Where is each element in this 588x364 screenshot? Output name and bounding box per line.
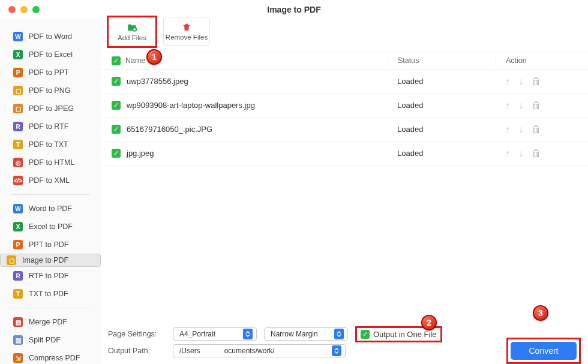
move-down-icon[interactable]: ↓	[518, 124, 523, 135]
add-files-button[interactable]: Add Files	[109, 17, 155, 46]
table-row[interactable]: ✓wp9093908-art-laptop-wallpapers.jpgLoad…	[101, 94, 588, 118]
sidebar-item-merge-pdf[interactable]: ▤Merge PDF	[0, 313, 101, 331]
row-checkbox[interactable]: ✓	[112, 125, 121, 134]
add-files-label: Add Files	[118, 34, 146, 41]
format-icon: ▢	[7, 255, 16, 265]
page-size-select[interactable]: A4_Portrait	[173, 327, 257, 341]
margin-value: Narrow Margin	[271, 330, 318, 338]
format-icon: ⇲	[13, 353, 23, 363]
trash-icon	[182, 22, 191, 32]
col-name-label: Name	[125, 56, 145, 65]
sidebar-item-label: PDF to Excel	[29, 50, 73, 59]
output-path-value: /Users ocuments/work/	[179, 347, 275, 355]
sidebar-item-label: Image to PDF	[22, 256, 68, 264]
sidebar-item-label: PDF to TXT	[29, 140, 68, 149]
move-up-icon[interactable]: ↑	[505, 124, 510, 135]
sidebar-item-ppt-to-pdf[interactable]: PPPT to PDF	[0, 236, 101, 254]
sidebar-item-label: PDF to Word	[29, 32, 72, 41]
col-action-label: Action	[496, 56, 577, 65]
sidebar-item-txt-to-pdf[interactable]: TTXT to PDF	[0, 285, 101, 303]
sidebar-item-pdf-to-xml[interactable]: </>PDF to XML	[0, 172, 101, 189]
delete-icon[interactable]: 🗑	[532, 100, 541, 111]
annotation-box-convert: Convert	[506, 338, 581, 364]
row-checkbox[interactable]: ✓	[112, 77, 121, 86]
annotation-badge-3: 3	[533, 305, 548, 321]
table-header: ✓ Name Status Action	[101, 52, 588, 70]
sidebar-item-label: PDF to PPT	[29, 68, 69, 77]
select-all-checkbox[interactable]: ✓	[112, 56, 121, 65]
sidebar-item-excel-to-pdf[interactable]: XExcel to PDF	[0, 218, 101, 236]
table-row[interactable]: ✓651679716050_.pic.JPGLoaded↑↓🗑	[101, 118, 588, 142]
table-row[interactable]: ✓uwp3778556.jpegLoaded↑↓🗑	[101, 70, 588, 94]
footer: Page Settings: A4_Portrait Narrow Margin…	[108, 326, 581, 359]
checkbox-icon: ✓	[361, 330, 370, 339]
format-icon: </>	[13, 176, 23, 185]
sidebar-item-label: PPT to PDF	[29, 240, 68, 249]
delete-icon[interactable]: 🗑	[532, 124, 541, 135]
output-in-one-file-checkbox[interactable]: ✓ Output in One File	[361, 330, 437, 339]
sidebar-item-pdf-to-txt[interactable]: TPDF to TXT	[0, 136, 101, 154]
chevron-updown-icon	[332, 345, 341, 356]
format-icon: R	[13, 271, 23, 281]
file-name: uwp3778556.jpeg	[127, 77, 188, 86]
page-size-value: A4_Portrait	[179, 330, 215, 338]
sidebar-item-label: PDF to HTML	[29, 158, 74, 167]
move-down-icon[interactable]: ↓	[518, 76, 523, 87]
format-icon: ▢	[13, 86, 23, 95]
sidebar-item-pdf-to-png[interactable]: ▢PDF to PNG	[0, 82, 101, 100]
table-row[interactable]: ✓jpg.jpegLoaded↑↓🗑	[101, 142, 588, 166]
file-status: Loaded	[388, 77, 496, 86]
sidebar-item-label: PDF to JPEG	[29, 104, 74, 113]
move-down-icon[interactable]: ↓	[518, 100, 523, 111]
toolbar: Add Files Remove Files	[101, 13, 588, 48]
sidebar-item-pdf-to-jpeg[interactable]: ▢PDF to JPEG	[0, 100, 101, 118]
move-down-icon[interactable]: ↓	[518, 148, 523, 159]
format-icon: P	[13, 68, 23, 77]
chevron-down-icon	[334, 329, 344, 339]
format-icon: ▥	[13, 335, 23, 345]
col-status-label: Status	[388, 56, 496, 65]
sidebar-item-pdf-to-word[interactable]: WPDF to Word	[0, 28, 101, 46]
sidebar-item-label: PDF to XML	[29, 176, 70, 185]
sidebar-item-pdf-to-rtf[interactable]: RPDF to RTF	[0, 118, 101, 136]
delete-icon[interactable]: 🗑	[532, 148, 541, 159]
move-up-icon[interactable]: ↑	[505, 100, 510, 111]
output-one-label: Output in One File	[373, 330, 437, 339]
remove-files-button[interactable]: Remove Files	[163, 17, 210, 46]
output-path-select[interactable]: /Users ocuments/work/	[173, 344, 346, 357]
annotation-badge-2: 2	[421, 315, 437, 330]
file-status: Loaded	[388, 101, 496, 110]
sidebar-item-label: RTF to PDF	[29, 272, 68, 280]
sidebar-item-label: Split PDF	[29, 336, 61, 344]
delete-icon[interactable]: 🗑	[532, 76, 541, 87]
main-panel: Add Files Remove Files ✓ Name Status Act…	[101, 13, 588, 364]
add-file-icon	[127, 23, 137, 32]
file-name: 651679716050_.pic.JPG	[127, 125, 212, 134]
format-icon: ◎	[13, 158, 23, 167]
sidebar-item-pdf-to-excel[interactable]: XPDF to Excel	[0, 46, 101, 64]
file-status: Loaded	[388, 125, 496, 134]
format-icon: T	[13, 289, 23, 299]
sidebar-item-rtf-to-pdf[interactable]: RRTF to PDF	[0, 267, 101, 285]
move-up-icon[interactable]: ↑	[505, 148, 510, 159]
sidebar-item-label: PDF to RTF	[29, 122, 68, 131]
sidebar-item-compress-pdf[interactable]: ⇲Compress PDF	[0, 349, 101, 364]
sidebar-item-split-pdf[interactable]: ▥Split PDF	[0, 331, 101, 349]
sidebar-item-pdf-to-html[interactable]: ◎PDF to HTML	[0, 154, 101, 172]
sidebar-item-label: TXT to PDF	[29, 290, 68, 298]
format-icon: T	[13, 140, 23, 149]
move-up-icon[interactable]: ↑	[505, 76, 510, 87]
sidebar-item-pdf-to-ppt[interactable]: PPDF to PPT	[0, 64, 101, 82]
sidebar-item-label: Excel to PDF	[29, 222, 73, 231]
sidebar: WPDF to WordXPDF to ExcelPPDF to PPT▢PDF…	[0, 19, 101, 364]
format-icon: ▤	[13, 317, 23, 327]
row-checkbox[interactable]: ✓	[112, 101, 121, 110]
sidebar-item-image-to-pdf[interactable]: ▢Image to PDF	[0, 254, 101, 267]
page-settings-label: Page Settings:	[108, 330, 166, 338]
file-name: jpg.jpeg	[127, 149, 154, 158]
row-checkbox[interactable]: ✓	[112, 149, 121, 158]
annotation-box-add-files: Add Files	[107, 16, 157, 48]
convert-button[interactable]: Convert	[511, 342, 577, 360]
sidebar-item-word-to-pdf[interactable]: WWord to PDF	[0, 200, 101, 218]
margin-select[interactable]: Narrow Margin	[264, 327, 348, 341]
